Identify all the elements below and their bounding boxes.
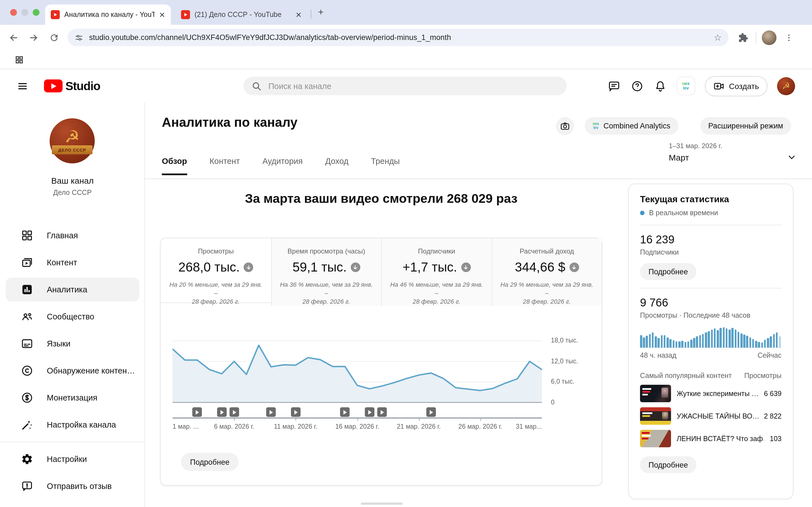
feedback-icon xyxy=(21,480,33,492)
studio-logo[interactable]: Studio xyxy=(44,79,100,93)
trend-down-icon xyxy=(244,263,253,272)
site-settings-icon[interactable] xyxy=(74,33,84,42)
sidebar-item-feedback[interactable]: Отправить отзыв xyxy=(0,473,145,500)
bookmark-star-icon[interactable]: ☆ xyxy=(714,32,722,43)
chart-details-button[interactable]: Подробнее xyxy=(181,453,239,471)
browser-menu-icon[interactable] xyxy=(782,31,796,44)
minimize-window-button[interactable] xyxy=(21,9,28,16)
video-publish-marker[interactable] xyxy=(266,407,276,417)
video-title: ЛЕНИН ВСТАЁТ? Что заф… xyxy=(677,435,764,443)
close-window-button[interactable] xyxy=(10,9,17,16)
sidebar-item-customize[interactable]: Настройка канала xyxy=(0,411,145,438)
tab-аудитория[interactable]: Аудитория xyxy=(262,157,303,175)
video-publish-marker[interactable] xyxy=(426,407,436,417)
sidebar-item-community[interactable]: Сообщество xyxy=(0,303,145,330)
realtime-bar xyxy=(749,337,751,348)
video-publish-marker[interactable] xyxy=(217,407,227,417)
tab-close-icon[interactable]: ✕ xyxy=(296,10,302,19)
content-icon xyxy=(21,256,33,269)
realtime-bar xyxy=(658,338,660,348)
metric-label: Время просмотра (часы) xyxy=(271,247,381,255)
browser-tab-inactive[interactable]: (21) Дело СССР - YouTube ✕ xyxy=(175,4,307,25)
youtube-favicon xyxy=(181,10,190,19)
sidebar-item-settings[interactable]: Настройки xyxy=(0,446,145,473)
tab-доход[interactable]: Доход xyxy=(325,157,348,175)
period-chevron-down-icon[interactable] xyxy=(786,152,797,162)
advanced-mode-button[interactable]: Расширенный режим xyxy=(700,117,791,135)
tab-close-icon[interactable]: ✕ xyxy=(159,10,165,19)
realtime-bar xyxy=(699,335,701,348)
sidebar-item-analytics[interactable]: Аналитика xyxy=(0,276,145,303)
copyright-icon xyxy=(21,364,33,377)
metric-value: +1,7 тыс. xyxy=(403,260,457,275)
video-publish-marker[interactable] xyxy=(192,407,202,417)
period-selector[interactable]: 1–31 мар. 2026 г. Март xyxy=(669,142,796,162)
camera-snapshot-button[interactable] xyxy=(556,117,574,135)
sidebar-item-monetization[interactable]: Монетизация xyxy=(0,384,145,411)
live-dot-icon xyxy=(640,211,645,215)
sidebar-item-copyright[interactable]: Обнаружение контен… xyxy=(0,357,145,384)
x-axis-label: 26 мар. 2026 г. xyxy=(458,423,502,430)
realtime-bar xyxy=(678,341,680,348)
feedback-comment-icon[interactable] xyxy=(607,79,621,93)
subscribers-details-button[interactable]: Подробнее xyxy=(640,263,696,280)
metric-card-просмотры[interactable]: Просмотры 268,0 тыс. На 20 % меньше, чем… xyxy=(161,238,271,306)
video-publish-marker[interactable] xyxy=(229,407,239,417)
realtime-bar xyxy=(773,334,775,348)
create-button[interactable]: Создать xyxy=(705,76,767,96)
top-content-details-button[interactable]: Подробнее xyxy=(640,456,696,473)
window-controls xyxy=(10,9,40,16)
sidebar-item-label: Обнаружение контен… xyxy=(47,366,135,375)
extensions-icon[interactable] xyxy=(737,31,750,44)
video-views: 6 639 xyxy=(764,390,781,397)
channel-search-input[interactable]: Поиск на канале xyxy=(244,76,567,95)
back-button[interactable] xyxy=(7,31,20,44)
realtime-bar xyxy=(702,334,704,348)
views-headline: За марта ваши видео смотрели 268 029 раз xyxy=(160,191,602,206)
top-video-row[interactable]: УЖАСНЫЕ ТАЙНЫ ВО… 2 822 xyxy=(640,407,781,425)
tabs-divider xyxy=(145,179,812,179)
video-publish-marker[interactable] xyxy=(365,407,374,417)
new-tab-button[interactable]: + xyxy=(318,7,324,18)
realtime-bar xyxy=(776,332,778,348)
notifications-bell-icon[interactable] xyxy=(654,79,667,93)
sidebar-item-subtitles[interactable]: Языки xyxy=(0,330,145,357)
video-publish-marker[interactable] xyxy=(291,407,301,417)
channel-avatar[interactable]: ☭ xyxy=(777,77,795,95)
community-icon xyxy=(21,311,33,323)
realtime-bar xyxy=(732,328,733,348)
browser-tab-active[interactable]: Аналитика по каналу - YouTu ✕ xyxy=(45,4,171,25)
period-range: 1–31 мар. 2026 г. xyxy=(669,142,796,150)
metric-card-время-просмотра-часы-[interactable]: Время просмотра (часы) 59,1 тыс. На 36 %… xyxy=(271,238,381,306)
tab-тренды[interactable]: Тренды xyxy=(371,157,400,175)
tab-обзор[interactable]: Обзор xyxy=(162,157,187,175)
sidebar-nav: ГлавнаяКонтентАналитикаСообществоЯзыкиОб… xyxy=(0,222,145,500)
avatar-ribbon: ДЕЛО СССР xyxy=(52,145,93,154)
realtime-bar xyxy=(758,342,760,348)
nexlev-extension-icon[interactable]: nexlev xyxy=(677,76,695,95)
metric-card-расчетный-доход[interactable]: Расчетный доход 344,66 $ На 29 % меньше,… xyxy=(492,238,602,306)
top-video-row[interactable]: ЛЕНИН ВСТАЁТ? Что заф… 103 xyxy=(640,430,781,447)
video-publish-marker[interactable] xyxy=(377,407,387,417)
metric-card-подписчики[interactable]: Подписчики +1,7 тыс. На 46 % меньше, чем… xyxy=(381,238,492,306)
apps-grid-icon[interactable] xyxy=(12,53,26,66)
hamburger-menu-icon[interactable] xyxy=(16,79,29,93)
metric-comparison-note: На 46 % меньше, чем за 29 янв. –28 февр.… xyxy=(382,281,492,306)
help-icon[interactable] xyxy=(630,79,644,93)
browser-profile-avatar[interactable] xyxy=(762,30,776,45)
forward-button[interactable] xyxy=(27,31,41,44)
sidebar-item-content[interactable]: Контент xyxy=(0,249,145,276)
channel-avatar-large[interactable]: ☭ ДЕЛО СССР xyxy=(50,118,95,163)
tab-контент[interactable]: Контент xyxy=(209,157,240,175)
sidebar-item-dashboard[interactable]: Главная xyxy=(0,222,145,249)
video-publish-marker[interactable] xyxy=(340,407,350,417)
top-content-views-col: Просмотры xyxy=(744,372,781,380)
reload-button[interactable] xyxy=(47,31,61,44)
top-video-row[interactable]: Жуткие эксперименты … 6 639 xyxy=(640,385,781,402)
zoom-window-button[interactable] xyxy=(33,9,40,16)
views-48h-bar-chart[interactable] xyxy=(640,326,781,348)
realtime-title: Текущая статистика xyxy=(640,194,781,205)
address-bar[interactable]: studio.youtube.com/channel/UCh9XF4O5wlFY… xyxy=(68,29,728,46)
combined-analytics-button[interactable]: nexlev Combined Analytics xyxy=(585,117,678,135)
x-axis-label: 21 мар. 2026 г. xyxy=(397,423,441,430)
